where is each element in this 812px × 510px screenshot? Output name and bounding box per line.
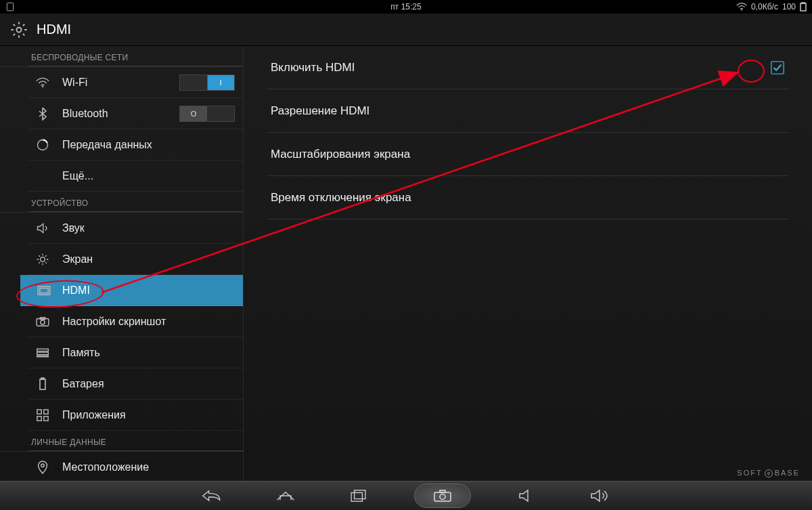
- svg-point-7: [41, 257, 45, 261]
- row-label: Разрешение HDMI: [271, 104, 369, 118]
- wifi-toggle[interactable]: I: [179, 75, 235, 91]
- sidebar-item-label: Местоположение: [62, 461, 149, 473]
- svg-point-27: [440, 494, 445, 500]
- svg-rect-2: [800, 3, 806, 11]
- recent-apps-button[interactable]: [341, 485, 376, 507]
- bluetooth-icon: [35, 107, 50, 121]
- row-label: Включить HDMI: [271, 61, 355, 75]
- main-panel: Включить HDMI Разрешение HDMI Масштабиро…: [244, 46, 812, 481]
- svg-rect-13: [37, 349, 49, 351]
- system-navbar: [0, 481, 812, 510]
- bluetooth-toggle[interactable]: O: [179, 106, 235, 122]
- app-header: HDMI: [0, 14, 812, 46]
- page-title: HDMI: [37, 22, 71, 37]
- settings-gear-icon: [9, 20, 28, 39]
- svg-point-22: [41, 464, 45, 467]
- section-device: УСТРОЙСТВО: [0, 192, 243, 213]
- svg-rect-14: [37, 352, 49, 354]
- sidebar-item-label: HDMI: [62, 284, 90, 297]
- sidebar-item-label: Звук: [62, 222, 85, 234]
- hdmi-icon: [37, 285, 51, 296]
- storage-icon: [35, 347, 50, 358]
- data-rate: 0,0Кб/с: [751, 2, 778, 12]
- wifi-status-icon: [736, 3, 747, 11]
- row-label: Масштабирования экрана: [271, 148, 410, 161]
- svg-rect-17: [41, 378, 44, 379]
- battery-icon: [800, 2, 807, 12]
- sidebar-item-label: Память: [62, 347, 100, 359]
- svg-point-11: [41, 320, 45, 324]
- row-label: Время отключения экрана: [271, 191, 411, 205]
- svg-rect-9: [40, 288, 48, 293]
- sidebar-item-bluetooth[interactable]: Bluetooth O: [28, 98, 243, 129]
- sidebar-item-storage[interactable]: Память: [28, 337, 243, 368]
- apps-icon: [35, 409, 50, 421]
- sidebar-item-apps[interactable]: Приложения: [28, 400, 243, 431]
- svg-rect-0: [7, 3, 13, 11]
- sidebar-item-label: Экран: [62, 253, 93, 265]
- sidebar-item-screenshot[interactable]: Настройки скриншот: [28, 306, 243, 337]
- sidebar-item-hdmi[interactable]: HDMI: [20, 275, 243, 306]
- svg-rect-25: [355, 490, 365, 499]
- watermark-left: SOFT: [737, 469, 762, 477]
- svg-rect-16: [40, 379, 45, 389]
- orientation-lock-icon: [5, 2, 15, 12]
- sidebar-item-display[interactable]: Экран: [28, 244, 243, 275]
- checkbox-checked-icon[interactable]: [770, 60, 785, 75]
- sidebar-item-label: Ещё...: [62, 170, 93, 182]
- watermark-right: BASE: [775, 469, 800, 477]
- sidebar-item-data-usage[interactable]: Передача данных: [28, 129, 243, 161]
- svg-rect-24: [351, 492, 362, 501]
- row-screen-timeout[interactable]: Время отключения экрана: [267, 176, 789, 219]
- sidebar-item-label: Bluetooth: [62, 108, 108, 120]
- svg-point-5: [42, 85, 44, 87]
- svg-rect-19: [44, 409, 48, 413]
- sound-icon: [35, 222, 50, 234]
- sidebar-item-label: Передача данных: [62, 139, 152, 151]
- home-button[interactable]: [268, 485, 303, 507]
- back-button[interactable]: [195, 485, 230, 507]
- battery-level: 100: [782, 2, 796, 12]
- status-time: пт 15:25: [390, 2, 421, 12]
- sidebar-item-label: Wi-Fi: [62, 77, 87, 89]
- svg-rect-20: [37, 416, 41, 420]
- volume-down-button[interactable]: [509, 485, 544, 507]
- svg-rect-3: [802, 2, 805, 3]
- volume-up-button[interactable]: [582, 485, 617, 507]
- section-personal: ЛИЧНЫЕ ДАННЫЕ: [0, 431, 243, 452]
- watermark: SOFTBASE: [737, 469, 800, 477]
- svg-point-1: [741, 9, 742, 11]
- location-icon: [35, 461, 50, 474]
- sidebar-item-label: Настройки скриншот: [62, 316, 166, 328]
- sidebar-item-wifi[interactable]: Wi-Fi I: [28, 67, 243, 98]
- section-wireless: БЕСПРОВОДНЫЕ СЕТИ: [0, 46, 243, 67]
- battery-icon: [35, 377, 50, 391]
- toggle-off-label: O: [180, 106, 207, 121]
- svg-rect-28: [440, 490, 445, 492]
- svg-rect-18: [37, 409, 41, 413]
- sidebar-item-sound[interactable]: Звук: [28, 213, 243, 244]
- data-usage-icon: [35, 138, 50, 152]
- sidebar-item-label: Батарея: [62, 378, 104, 390]
- toggle-on-label: I: [207, 75, 235, 90]
- screenshot-button[interactable]: [414, 484, 471, 508]
- sidebar-item-battery[interactable]: Батарея: [28, 368, 243, 400]
- svg-point-4: [17, 27, 22, 32]
- row-hdmi-resolution[interactable]: Разрешение HDMI: [267, 89, 789, 133]
- settings-sidebar: БЕСПРОВОДНЫЕ СЕТИ Wi-Fi I Bluetooth O: [0, 46, 244, 481]
- row-screen-scaling[interactable]: Масштабирования экрана: [267, 133, 789, 176]
- sidebar-item-more[interactable]: Ещё...: [28, 161, 243, 192]
- row-enable-hdmi[interactable]: Включить HDMI: [267, 46, 789, 89]
- status-bar: пт 15:25 0,0Кб/с 100: [0, 0, 812, 14]
- sidebar-item-label: Приложения: [62, 409, 126, 421]
- svg-rect-21: [44, 416, 48, 420]
- sidebar-item-location[interactable]: Местоположение: [28, 452, 243, 481]
- brightness-icon: [35, 253, 50, 266]
- svg-rect-15: [37, 356, 49, 357]
- camera-icon: [35, 316, 50, 327]
- wifi-icon: [35, 77, 50, 88]
